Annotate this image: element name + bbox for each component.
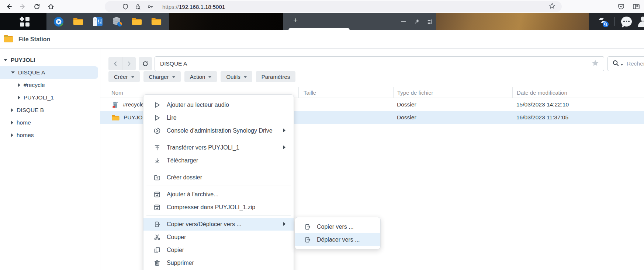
caret-right-icon[interactable] (11, 108, 13, 112)
archive-icon (153, 191, 161, 198)
shared-folder-2-app-icon[interactable] (151, 16, 162, 27)
action-button[interactable]: Action (184, 71, 217, 82)
menu-item-label: Couper (167, 234, 186, 241)
menu-item-deplacer-vers[interactable]: Déplacer vers ... (295, 233, 380, 246)
play-icon (153, 101, 161, 109)
home-icon[interactable] (46, 1, 56, 12)
menu-item-label: Créer dossier (167, 174, 202, 181)
browser-nav (0, 1, 56, 12)
chat-icon[interactable] (621, 17, 632, 27)
charger-button[interactable]: Charger (143, 71, 181, 82)
menu-item-creer-dossier[interactable]: Créer dossier (143, 171, 294, 184)
column-header-date[interactable]: Date de modification (512, 87, 644, 98)
download-icon (153, 157, 161, 164)
active-backup-app-icon[interactable] (53, 16, 64, 27)
menu-item-ajouter-au-lecteur-audio[interactable]: Ajouter au lecteur audio (143, 98, 294, 111)
menu-item-label: Copier vers/Déplacer vers ... (167, 221, 242, 228)
menu-item-label: Transférer vers PUYJOLI_1 (167, 144, 239, 151)
history-back-button[interactable] (108, 57, 122, 70)
maximize-icon[interactable] (427, 19, 433, 25)
taskbar-left (0, 13, 46, 30)
menu-item-label: Déplacer vers ... (317, 236, 360, 243)
search-box[interactable] (607, 56, 644, 71)
window-title: File Station (18, 36, 50, 43)
button-label: Créer (114, 74, 128, 80)
url-bar[interactable]: https://192.168.1.18:5001 (105, 1, 562, 12)
search-input[interactable] (627, 60, 644, 67)
search-icon[interactable] (612, 60, 619, 68)
column-header-type[interactable]: Type de fichier (393, 87, 512, 98)
menu-item-transferer-vers-puyjoli-1[interactable]: Transférer vers PUYJOLI_1 (143, 141, 294, 154)
sidebars-icon[interactable] (631, 1, 642, 12)
menu-item-label: Copier vers ... (317, 224, 354, 230)
caret-right-icon[interactable] (11, 121, 13, 125)
caret-down-icon[interactable] (4, 59, 7, 61)
column-header-taille[interactable]: Taille (298, 87, 393, 98)
menu-item-copier-vers[interactable]: Copier vers ... (295, 220, 380, 233)
back-icon[interactable] (4, 1, 14, 12)
sidebar-item-label: DISQUE A (18, 69, 45, 76)
user-icon[interactable] (637, 16, 644, 27)
recycle-bin-icon (111, 101, 119, 109)
caret-right-icon[interactable] (18, 96, 20, 99)
synology-search-icon[interactable] (597, 15, 609, 29)
sidebar-item-home[interactable]: home (0, 116, 100, 129)
current-path: DISQUE A (160, 60, 187, 67)
menu-item-telecharger[interactable]: Télécharger (143, 154, 294, 167)
history-forward-button[interactable] (122, 57, 136, 70)
sidebar-item-homes[interactable]: homes (0, 129, 100, 141)
file-station-app-icon[interactable] (73, 16, 84, 27)
sidebar-item-puyjoli-1[interactable]: PUYJOLI_1 (0, 91, 100, 104)
taskbar-dock (46, 13, 169, 30)
menu-item-label: Ajouter au lecteur audio (167, 102, 229, 108)
upload-icon (153, 144, 161, 151)
menu-item-supprimer[interactable]: Supprimer (143, 256, 294, 269)
sidebar-item-puyjoli[interactable]: PUYJOLI (0, 54, 100, 66)
sidebar-item-label: #recycle (24, 82, 45, 88)
sidebar-item-disque-b[interactable]: DISQUE B (0, 104, 100, 116)
file-modified-date: 15/03/2023 14:22:10 (512, 101, 644, 108)
menu-divider (146, 169, 291, 169)
reload-icon[interactable] (32, 1, 42, 12)
pocket-icon[interactable] (616, 1, 626, 12)
search-options-caret-icon[interactable] (620, 64, 623, 66)
control-panel-app-icon[interactable] (92, 16, 103, 27)
move-to-icon (304, 236, 311, 243)
creer-button[interactable]: Créer (108, 71, 140, 82)
lock-warning-icon[interactable] (134, 3, 142, 10)
key-icon[interactable] (147, 3, 154, 10)
menu-item-couper[interactable]: Couper (143, 231, 294, 243)
menu-item-compresser-dans-puyjoli-1-zip[interactable]: Compresser dans PUYJOLI_1.zip (143, 201, 294, 214)
sidebar-item--recycle[interactable]: #recycle (0, 79, 100, 91)
bookmark-star-icon[interactable] (548, 2, 556, 11)
caret-right-icon[interactable] (11, 133, 13, 137)
minimize-icon[interactable] (401, 19, 406, 25)
menu-item-ajouter-a-l-archive[interactable]: Ajouter à l’archive... (143, 188, 294, 201)
add-tab-icon[interactable]: + (293, 16, 298, 24)
menu-item-console-d-administration-synology-drive[interactable]: Console d'administration Synology Drive (143, 124, 294, 137)
caret-right-icon[interactable] (18, 83, 20, 87)
menu-item-lire[interactable]: Lire (143, 111, 294, 124)
path-input[interactable]: DISQUE A (155, 56, 604, 71)
dropdown-caret-icon (208, 76, 211, 78)
refresh-button[interactable] (139, 57, 152, 70)
tracking-shield-icon[interactable] (122, 3, 129, 10)
menu-item-copier-vers-deplacer-vers[interactable]: Copier vers/Déplacer vers ... (143, 218, 294, 231)
file-type: Dossier (393, 114, 512, 121)
button-label: Outils (226, 74, 240, 80)
pin-icon[interactable] (414, 19, 420, 25)
button-label: Action (190, 74, 205, 80)
button-label: Paramètres (262, 74, 290, 80)
shared-folder-1-app-icon[interactable] (131, 16, 142, 27)
favorite-star-icon[interactable] (591, 59, 599, 69)
menu-item-copier[interactable]: Copier (143, 243, 294, 256)
parametres-button[interactable]: Paramètres (256, 71, 296, 82)
outils-button[interactable]: Outils (221, 71, 252, 82)
forward-icon[interactable] (18, 1, 28, 12)
copy-to-icon (153, 221, 161, 228)
storage-manager-app-icon[interactable] (112, 16, 123, 27)
main-menu-icon[interactable] (20, 17, 30, 27)
sidebar-item-disque-a[interactable]: DISQUE A (0, 66, 98, 79)
dsm-taskbar: + (0, 13, 644, 30)
caret-down-icon[interactable] (11, 71, 15, 74)
